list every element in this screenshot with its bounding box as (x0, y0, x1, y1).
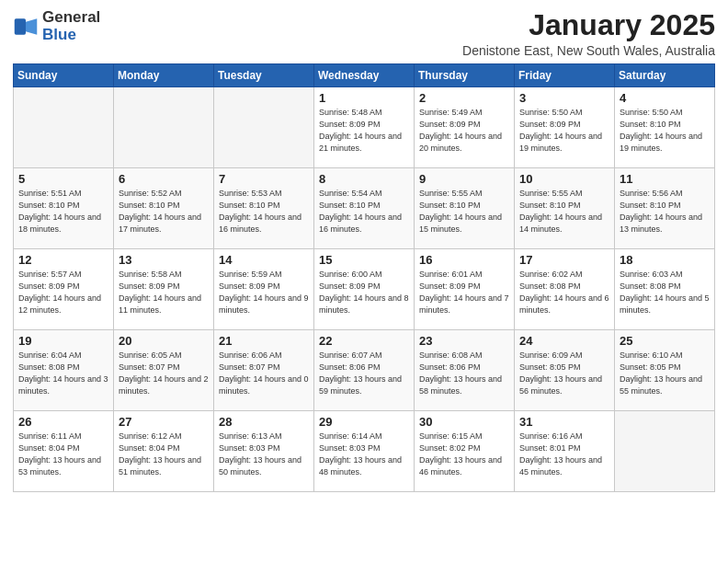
day-cell (14, 87, 114, 168)
day-number: 14 (219, 253, 309, 267)
weekday-saturday: Saturday (615, 64, 715, 87)
day-info: Sunrise: 6:13 AMSunset: 8:03 PMDaylight:… (219, 431, 301, 477)
day-number: 12 (18, 253, 108, 267)
day-info: Sunrise: 5:59 AMSunset: 8:09 PMDaylight:… (219, 270, 309, 315)
day-cell: 24Sunrise: 6:09 AMSunset: 8:05 PMDayligh… (515, 330, 615, 411)
day-info: Sunrise: 6:11 AMSunset: 8:04 PMDaylight:… (18, 431, 101, 477)
day-cell: 31Sunrise: 6:16 AMSunset: 8:01 PMDayligh… (515, 411, 615, 492)
day-info: Sunrise: 5:50 AMSunset: 8:09 PMDaylight:… (519, 108, 602, 153)
day-number: 5 (18, 172, 108, 186)
week-row-3: 12Sunrise: 5:57 AMSunset: 8:09 PMDayligh… (14, 249, 715, 330)
day-cell: 16Sunrise: 6:01 AMSunset: 8:09 PMDayligh… (415, 249, 515, 330)
calendar-page: General Blue January 2025 Denistone East… (0, 0, 728, 563)
day-info: Sunrise: 6:06 AMSunset: 8:07 PMDaylight:… (219, 350, 309, 396)
logo: General Blue (13, 9, 100, 43)
day-number: 26 (18, 415, 108, 429)
calendar-title: January 2025 (462, 9, 715, 41)
day-info: Sunrise: 6:00 AMSunset: 8:09 PMDaylight:… (319, 270, 409, 315)
day-cell: 5Sunrise: 5:51 AMSunset: 8:10 PMDaylight… (14, 168, 114, 249)
week-row-4: 19Sunrise: 6:04 AMSunset: 8:08 PMDayligh… (14, 330, 715, 411)
logo-text: General Blue (42, 9, 100, 43)
day-number: 10 (519, 172, 609, 186)
day-cell: 18Sunrise: 6:03 AMSunset: 8:08 PMDayligh… (615, 249, 715, 330)
day-info: Sunrise: 6:07 AMSunset: 8:06 PMDaylight:… (319, 350, 402, 396)
day-number: 6 (119, 172, 209, 186)
day-info: Sunrise: 5:57 AMSunset: 8:09 PMDaylight:… (18, 270, 101, 315)
day-info: Sunrise: 5:52 AMSunset: 8:10 PMDaylight:… (119, 189, 201, 234)
header: General Blue January 2025 Denistone East… (13, 9, 715, 58)
day-number: 13 (119, 253, 209, 267)
day-info: Sunrise: 5:53 AMSunset: 8:10 PMDaylight:… (219, 189, 301, 234)
day-cell: 10Sunrise: 5:55 AMSunset: 8:10 PMDayligh… (515, 168, 615, 249)
day-cell: 9Sunrise: 5:55 AMSunset: 8:10 PMDaylight… (415, 168, 515, 249)
weekday-tuesday: Tuesday (214, 64, 314, 87)
day-cell: 22Sunrise: 6:07 AMSunset: 8:06 PMDayligh… (314, 330, 415, 411)
day-info: Sunrise: 6:02 AMSunset: 8:08 PMDaylight:… (519, 270, 609, 315)
logo-blue: Blue (42, 26, 76, 43)
day-cell: 23Sunrise: 6:08 AMSunset: 8:06 PMDayligh… (415, 330, 515, 411)
day-number: 19 (18, 334, 108, 348)
weekday-header-row: SundayMondayTuesdayWednesdayThursdayFrid… (14, 64, 715, 87)
logo-icon (13, 14, 39, 40)
day-cell: 11Sunrise: 5:56 AMSunset: 8:10 PMDayligh… (615, 168, 715, 249)
day-number: 24 (519, 334, 609, 348)
day-number: 17 (519, 253, 609, 267)
day-number: 11 (620, 172, 710, 186)
day-info: Sunrise: 5:55 AMSunset: 8:10 PMDaylight:… (519, 189, 602, 234)
day-cell: 13Sunrise: 5:58 AMSunset: 8:09 PMDayligh… (114, 249, 214, 330)
day-info: Sunrise: 6:08 AMSunset: 8:06 PMDaylight:… (419, 350, 502, 396)
day-cell: 12Sunrise: 5:57 AMSunset: 8:09 PMDayligh… (14, 249, 114, 330)
day-cell: 30Sunrise: 6:15 AMSunset: 8:02 PMDayligh… (415, 411, 515, 492)
day-cell: 14Sunrise: 5:59 AMSunset: 8:09 PMDayligh… (214, 249, 314, 330)
day-info: Sunrise: 6:04 AMSunset: 8:08 PMDaylight:… (18, 350, 108, 396)
day-info: Sunrise: 6:16 AMSunset: 8:01 PMDaylight:… (519, 431, 602, 477)
day-cell (114, 87, 214, 168)
day-info: Sunrise: 5:55 AMSunset: 8:10 PMDaylight:… (419, 189, 502, 234)
day-cell: 21Sunrise: 6:06 AMSunset: 8:07 PMDayligh… (214, 330, 314, 411)
day-info: Sunrise: 6:14 AMSunset: 8:03 PMDaylight:… (319, 431, 402, 477)
svg-rect-0 (15, 18, 26, 35)
title-block: January 2025 Denistone East, New South W… (462, 9, 715, 58)
day-number: 7 (219, 172, 309, 186)
day-info: Sunrise: 5:49 AMSunset: 8:09 PMDaylight:… (419, 108, 502, 153)
day-info: Sunrise: 6:05 AMSunset: 8:07 PMDaylight:… (119, 350, 209, 396)
day-cell: 8Sunrise: 5:54 AMSunset: 8:10 PMDaylight… (314, 168, 415, 249)
day-number: 21 (219, 334, 309, 348)
day-info: Sunrise: 5:48 AMSunset: 8:09 PMDaylight:… (319, 108, 402, 153)
day-cell: 28Sunrise: 6:13 AMSunset: 8:03 PMDayligh… (214, 411, 314, 492)
weekday-friday: Friday (515, 64, 615, 87)
day-info: Sunrise: 6:12 AMSunset: 8:04 PMDaylight:… (119, 431, 201, 477)
day-number: 30 (419, 415, 509, 429)
day-number: 20 (119, 334, 209, 348)
day-number: 3 (519, 91, 609, 105)
day-info: Sunrise: 5:51 AMSunset: 8:10 PMDaylight:… (18, 189, 101, 234)
day-cell: 17Sunrise: 6:02 AMSunset: 8:08 PMDayligh… (515, 249, 615, 330)
day-cell: 25Sunrise: 6:10 AMSunset: 8:05 PMDayligh… (615, 330, 715, 411)
day-number: 9 (419, 172, 509, 186)
day-number: 22 (319, 334, 409, 348)
day-number: 2 (419, 91, 509, 105)
day-info: Sunrise: 6:01 AMSunset: 8:09 PMDaylight:… (419, 270, 509, 315)
day-info: Sunrise: 5:56 AMSunset: 8:10 PMDaylight:… (620, 189, 702, 234)
day-cell: 20Sunrise: 6:05 AMSunset: 8:07 PMDayligh… (114, 330, 214, 411)
day-number: 29 (319, 415, 409, 429)
day-number: 23 (419, 334, 509, 348)
day-cell: 3Sunrise: 5:50 AMSunset: 8:09 PMDaylight… (515, 87, 615, 168)
day-number: 18 (620, 253, 710, 267)
day-number: 27 (119, 415, 209, 429)
day-cell: 27Sunrise: 6:12 AMSunset: 8:04 PMDayligh… (114, 411, 214, 492)
day-info: Sunrise: 6:10 AMSunset: 8:05 PMDaylight:… (620, 350, 702, 396)
day-number: 4 (620, 91, 710, 105)
day-cell: 1Sunrise: 5:48 AMSunset: 8:09 PMDaylight… (314, 87, 415, 168)
day-cell (214, 87, 314, 168)
weekday-wednesday: Wednesday (314, 64, 415, 87)
day-cell (615, 411, 715, 492)
day-cell: 29Sunrise: 6:14 AMSunset: 8:03 PMDayligh… (314, 411, 415, 492)
day-info: Sunrise: 6:15 AMSunset: 8:02 PMDaylight:… (419, 431, 502, 477)
day-info: Sunrise: 6:09 AMSunset: 8:05 PMDaylight:… (519, 350, 602, 396)
week-row-2: 5Sunrise: 5:51 AMSunset: 8:10 PMDaylight… (14, 168, 715, 249)
day-number: 8 (319, 172, 409, 186)
weekday-sunday: Sunday (14, 64, 114, 87)
day-cell: 26Sunrise: 6:11 AMSunset: 8:04 PMDayligh… (14, 411, 114, 492)
day-cell: 19Sunrise: 6:04 AMSunset: 8:08 PMDayligh… (14, 330, 114, 411)
